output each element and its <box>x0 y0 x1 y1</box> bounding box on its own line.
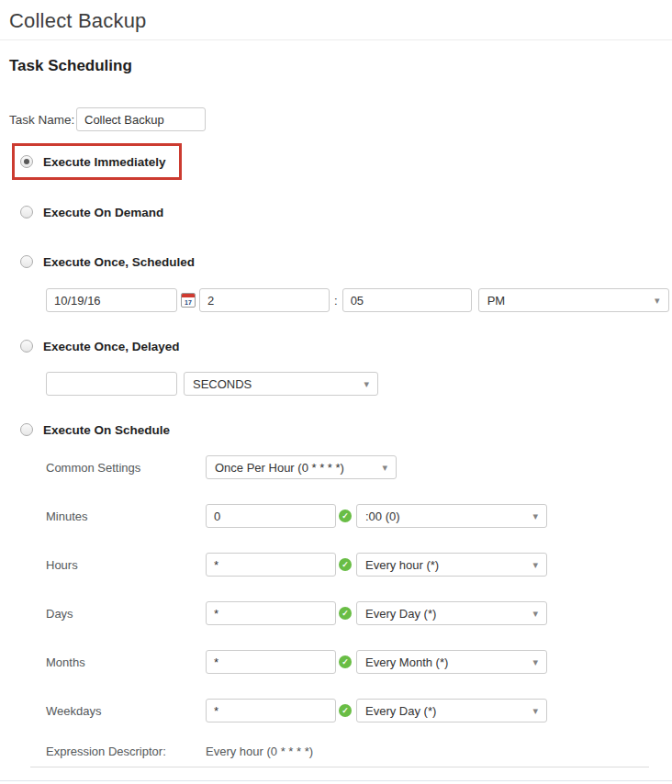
ampm-select[interactable]: PM ▾ <box>478 288 669 312</box>
months-input[interactable] <box>206 650 336 674</box>
radio-button-execute-on-demand[interactable] <box>20 206 33 218</box>
radio-button-execute-on-schedule[interactable] <box>20 423 33 436</box>
option-execute-on-schedule[interactable]: Execute On Schedule <box>20 422 672 437</box>
days-input[interactable] <box>206 601 336 625</box>
common-settings-select[interactable]: Once Per Hour (0 * * * *) ▾ <box>206 455 397 479</box>
radio-button-execute-once-delayed[interactable] <box>20 340 33 353</box>
check-circle-icon: ✓ <box>339 510 352 522</box>
chevron-down-icon: ▾ <box>532 705 538 717</box>
page-bottom-divider <box>0 780 672 781</box>
radio-button-execute-immediately[interactable] <box>20 155 33 168</box>
chevron-down-icon: ▾ <box>382 462 387 474</box>
check-circle-icon: ✓ <box>339 704 352 717</box>
section-divider <box>30 767 649 767</box>
calendar-icon-day: 17 <box>182 297 195 307</box>
task-name-row: Task Name: <box>9 107 672 131</box>
chevron-down-icon: ▾ <box>532 656 538 668</box>
schedule-row-months: Months ✓ Every Month (*) ▾ <box>46 650 672 674</box>
chevron-down-icon: ▾ <box>532 559 538 571</box>
months-select-value: Every Month (*) <box>365 655 448 669</box>
schedule-row-minutes: Minutes ✓ :00 (0) ▾ <box>46 504 672 528</box>
weekdays-select[interactable]: Every Day (*) ▾ <box>356 699 547 722</box>
schedule-row-days: Days ✓ Every Day (*) ▾ <box>46 601 672 625</box>
common-settings-label: Common Settings <box>46 461 206 475</box>
option-execute-once-scheduled[interactable]: Execute Once, Scheduled <box>20 254 672 269</box>
months-label: Months <box>46 655 206 669</box>
expression-descriptor-row: Expression Descriptor: Every hour (0 * *… <box>46 744 672 758</box>
expression-descriptor-label: Expression Descriptor: <box>46 745 206 758</box>
check-circle-icon: ✓ <box>339 558 352 571</box>
minute-input[interactable] <box>342 288 472 312</box>
delay-value-input[interactable] <box>46 372 177 396</box>
delayed-duration-row: SECONDS ▾ <box>46 372 672 396</box>
chevron-down-icon: ▾ <box>655 295 660 307</box>
schedule-row-weekdays: Weekdays ✓ Every Day (*) ▾ <box>46 699 672 722</box>
scheduled-datetime-row: 17 : PM ▾ <box>46 288 672 312</box>
hours-select-value: Every hour (*) <box>365 558 439 572</box>
days-select[interactable]: Every Day (*) ▾ <box>356 601 547 625</box>
weekdays-input[interactable] <box>206 699 336 722</box>
task-name-label: Task Name: <box>9 113 76 127</box>
ampm-select-value: PM <box>487 294 506 308</box>
minutes-label: Minutes <box>46 510 206 523</box>
expression-descriptor-value: Every hour (0 * * * *) <box>206 745 313 758</box>
delay-unit-select[interactable]: SECONDS ▾ <box>184 372 378 396</box>
hours-select[interactable]: Every hour (*) ▾ <box>356 553 547 577</box>
hour-input[interactable] <box>199 288 330 312</box>
hours-input[interactable] <box>206 553 336 577</box>
option-label-execute-on-schedule: Execute On Schedule <box>43 423 170 437</box>
task-scheduling-page: Collect Backup Task Scheduling Task Name… <box>0 0 672 767</box>
time-separator: : <box>334 294 338 308</box>
days-label: Days <box>46 607 206 621</box>
chevron-down-icon: ▾ <box>532 510 538 522</box>
date-input[interactable] <box>46 288 177 312</box>
option-label-execute-once-delayed: Execute Once, Delayed <box>43 340 180 353</box>
option-label-execute-on-demand: Execute On Demand <box>43 206 163 219</box>
chevron-down-icon: ▾ <box>364 378 369 390</box>
radio-button-execute-once-scheduled[interactable] <box>20 255 33 268</box>
months-select[interactable]: Every Month (*) ▾ <box>356 650 547 674</box>
common-settings-row: Common Settings Once Per Hour (0 * * * *… <box>46 455 672 479</box>
delay-unit-value: SECONDS <box>193 377 252 391</box>
schedule-row-hours: Hours ✓ Every hour (*) ▾ <box>46 553 672 577</box>
option-label-execute-once-scheduled: Execute Once, Scheduled <box>43 255 195 269</box>
section-title: Task Scheduling <box>9 57 672 75</box>
weekdays-select-value: Every Day (*) <box>365 704 436 718</box>
option-label-execute-immediately: Execute Immediately <box>43 155 166 169</box>
task-name-input[interactable] <box>76 107 206 131</box>
check-circle-icon: ✓ <box>339 607 352 620</box>
option-execute-on-demand[interactable]: Execute On Demand <box>20 205 672 219</box>
page-header: Collect Backup <box>0 0 672 40</box>
page-title: Collect Backup <box>9 9 663 33</box>
minutes-select[interactable]: :00 (0) ▾ <box>356 504 547 528</box>
chevron-down-icon: ▾ <box>532 608 538 620</box>
hours-label: Hours <box>46 558 206 572</box>
option-execute-once-delayed[interactable]: Execute Once, Delayed <box>20 339 672 353</box>
selected-option-highlight: Execute Immediately <box>12 143 182 180</box>
days-select-value: Every Day (*) <box>365 607 436 621</box>
option-execute-immediately[interactable]: Execute Immediately <box>20 154 166 169</box>
minutes-select-value: :00 (0) <box>365 510 400 523</box>
calendar-icon[interactable]: 17 <box>181 293 196 308</box>
check-circle-icon: ✓ <box>339 655 352 668</box>
minutes-input[interactable] <box>206 504 336 528</box>
common-settings-value: Once Per Hour (0 * * * *) <box>215 461 344 475</box>
weekdays-label: Weekdays <box>46 704 206 718</box>
